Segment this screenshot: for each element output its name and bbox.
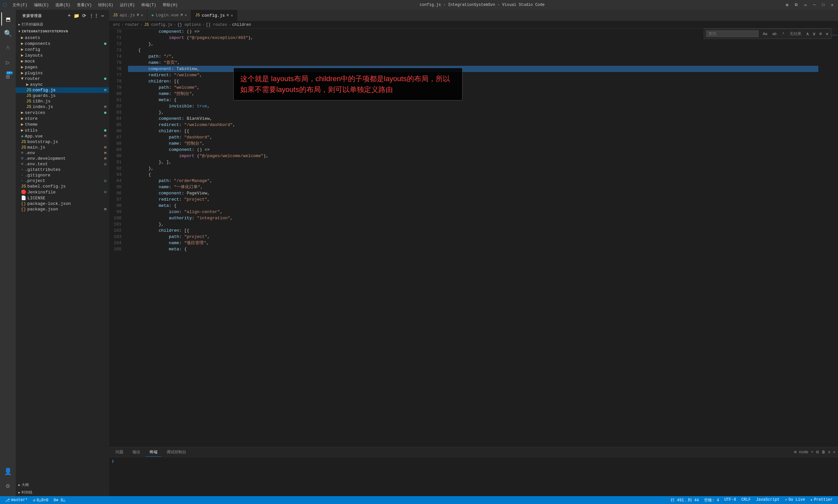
- close-panel-button[interactable]: ✕: [833, 450, 835, 454]
- maximize-panel-button[interactable]: ∧: [828, 450, 831, 454]
- file-env-test[interactable]: ≡ .env.test U: [16, 161, 109, 167]
- root-folder-section[interactable]: ▼ INTEGRATIONSYSTEMSVN: [16, 28, 109, 35]
- tab-login-vue[interactable]: ◈ Login.vue M ✕: [147, 10, 191, 21]
- file-env[interactable]: ≡ .env M: [16, 150, 109, 156]
- timeline-section[interactable]: ▶ 时间线: [16, 489, 109, 496]
- language-item[interactable]: JavaScript: [753, 498, 782, 502]
- file-i18n-js[interactable]: JS i18n.js: [16, 98, 109, 104]
- tab-problems[interactable]: 问题: [112, 448, 127, 456]
- kill-terminal-button[interactable]: 🗑: [822, 450, 825, 454]
- find-filter-button[interactable]: ≡: [818, 31, 823, 36]
- tab-api-js[interactable]: JS api.js M ✕: [109, 10, 147, 21]
- find-input[interactable]: [706, 31, 759, 37]
- panel-icon[interactable]: ▭: [802, 2, 808, 8]
- breadcrumb-src[interactable]: src: [113, 22, 120, 27]
- collapse-icon[interactable]: ⋮⋮: [88, 13, 100, 19]
- folder-components[interactable]: ▶ components: [16, 40, 109, 47]
- tab-close-icon[interactable]: ✕: [185, 13, 187, 18]
- find-next-button[interactable]: ∨: [811, 31, 817, 36]
- find-close-button[interactable]: ✕: [825, 31, 829, 37]
- folder-mock[interactable]: ▶ mock: [16, 58, 109, 64]
- menu-run[interactable]: 运行(R): [117, 2, 138, 8]
- file-guards-js[interactable]: JS guards.js: [16, 93, 109, 98]
- folder-pages[interactable]: ▶ pages: [16, 64, 109, 70]
- search-icon[interactable]: 🔍: [1, 27, 14, 40]
- folder-theme[interactable]: ▶ theme: [16, 122, 109, 127]
- menu-goto[interactable]: 转到(G): [95, 2, 116, 8]
- folder-utils[interactable]: ▶ utils: [16, 127, 109, 133]
- minimize-button[interactable]: ─: [811, 2, 817, 8]
- new-file-icon[interactable]: +: [67, 13, 71, 19]
- file-package-json[interactable]: {} package.json M: [16, 206, 109, 212]
- open-editors-section[interactable]: ▶ 打开的编辑器: [16, 21, 109, 28]
- code-content[interactable]: component: () => import ("@/pages/except…: [125, 29, 818, 447]
- spaces-item[interactable]: 空格: 4: [701, 498, 722, 503]
- outline-section[interactable]: ▶ 大纲: [16, 481, 109, 489]
- file-jenkinsfile[interactable]: 🔴 Jenkinsfile U: [16, 189, 109, 195]
- find-word-button[interactable]: ab: [770, 31, 779, 37]
- file-main-js[interactable]: JS main.js M: [16, 145, 109, 150]
- extensions-icon[interactable]: ⊞ 1K+: [1, 70, 14, 83]
- tab-output[interactable]: 输出: [129, 448, 144, 456]
- file-babel-config[interactable]: JS babel.config.js: [16, 184, 109, 189]
- breadcrumb-router[interactable]: router: [125, 22, 139, 27]
- menu-edit[interactable]: 编辑(E): [32, 2, 52, 8]
- more-icon[interactable]: ⋯: [101, 13, 105, 19]
- file-bootstrap-js[interactable]: JS bootstrap.js: [16, 139, 109, 145]
- tab-config-js[interactable]: JS config.js M ✕: [191, 10, 237, 21]
- refresh-icon[interactable]: ⟳: [82, 13, 87, 19]
- folder-async[interactable]: ▶ async: [16, 82, 109, 87]
- file-env-dev[interactable]: ≡ .env.development M: [16, 156, 109, 161]
- file-index-js[interactable]: JS index.js M: [16, 104, 109, 110]
- explorer-icon[interactable]: ⬒: [1, 13, 14, 25]
- tab-debug-console[interactable]: 调试控制台: [163, 448, 190, 456]
- run-icon[interactable]: ▷: [1, 56, 14, 69]
- new-terminal-button[interactable]: +: [811, 450, 813, 454]
- live-share-item[interactable]: ⚡ Go Live: [782, 498, 808, 502]
- file-license[interactable]: 📄 LICENSE: [16, 195, 109, 201]
- encoding-item[interactable]: UTF-8: [722, 498, 739, 502]
- find-case-button[interactable]: Aa: [761, 31, 769, 37]
- remote-icon[interactable]: ⊞: [784, 2, 790, 8]
- find-prev-button[interactable]: ∧: [805, 31, 810, 36]
- line-ending-item[interactable]: CRLF: [739, 498, 753, 502]
- file-gitattributes[interactable]: · .gitattributes: [16, 167, 109, 173]
- folder-router[interactable]: ▼ router: [16, 76, 109, 82]
- file-config-js[interactable]: JS config.js M: [16, 87, 109, 93]
- split-terminal-button[interactable]: ⧉: [816, 450, 819, 454]
- folder-layouts[interactable]: ▶ layouts: [16, 52, 109, 58]
- tab-terminal[interactable]: 终端: [146, 448, 161, 456]
- file-project[interactable]: · .project U: [16, 178, 109, 184]
- file-app-vue[interactable]: ◈ App.vue M: [16, 133, 109, 139]
- tab-close-icon[interactable]: ✕: [141, 13, 143, 18]
- source-control-icon[interactable]: ⑃: [1, 41, 14, 54]
- layout-icon[interactable]: ⧉: [793, 2, 800, 8]
- find-regex-button[interactable]: .*: [780, 31, 786, 37]
- sync-item[interactable]: ↺ 0△0▽0: [30, 496, 51, 504]
- tab-close-icon[interactable]: ✕: [231, 13, 233, 18]
- file-package-lock[interactable]: {} package-lock.json: [16, 201, 109, 206]
- breadcrumb-routes[interactable]: [] routes: [206, 22, 227, 27]
- settings-icon[interactable]: ⚙: [1, 479, 14, 492]
- terminal-content[interactable]: ❯: [109, 457, 838, 496]
- menu-file[interactable]: 文件(F): [10, 2, 30, 8]
- close-button[interactable]: ✕: [829, 2, 835, 8]
- new-folder-icon[interactable]: 📁: [73, 13, 80, 19]
- maximize-button[interactable]: □: [820, 2, 826, 8]
- code-editor[interactable]: 7071727374 7576777879 8081828384 8586878…: [109, 29, 818, 447]
- prettier-item[interactable]: ✦ Prettier: [807, 498, 835, 502]
- menu-view[interactable]: 查看(V): [74, 2, 95, 8]
- breadcrumb-js[interactable]: JS config.js: [144, 22, 172, 27]
- folder-store[interactable]: ▶ store: [16, 115, 109, 122]
- git-branch-item[interactable]: ⎇ master*: [3, 496, 30, 504]
- menu-help[interactable]: 帮助(H): [160, 2, 180, 8]
- folder-services[interactable]: ▶ services: [16, 110, 109, 115]
- folder-config[interactable]: ▶ config: [16, 47, 109, 52]
- folder-assets[interactable]: ▶ assets: [16, 35, 109, 40]
- menu-terminal[interactable]: 终端(T): [139, 2, 159, 8]
- breadcrumb-options[interactable]: {} options: [177, 22, 201, 27]
- menu-select[interactable]: 选择(S): [53, 2, 73, 8]
- breadcrumb-children[interactable]: children: [232, 22, 251, 27]
- account-icon[interactable]: 👤: [1, 465, 14, 478]
- file-gitignore[interactable]: · .gitignore: [16, 173, 109, 178]
